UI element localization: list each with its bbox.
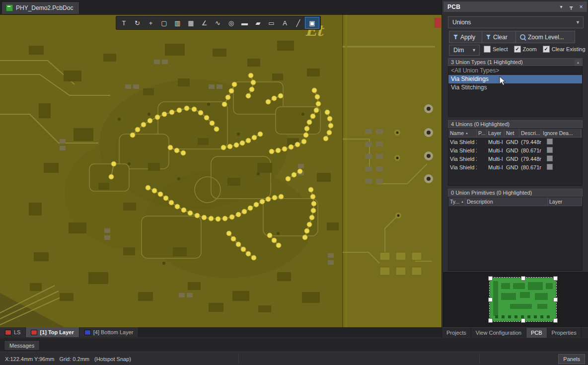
via[interactable] bbox=[242, 209, 247, 214]
via[interactable] bbox=[311, 208, 316, 213]
board-preview[interactable] bbox=[443, 272, 588, 327]
via[interactable] bbox=[174, 148, 179, 153]
via[interactable] bbox=[308, 187, 313, 192]
dim-dropdown[interactable]: Dim ▼ bbox=[449, 45, 480, 56]
via[interactable] bbox=[234, 143, 239, 147]
panel-menu-icon[interactable]: ▾ bbox=[557, 3, 565, 11]
clear-button[interactable]: Clear bbox=[482, 31, 519, 43]
crosshair-icon[interactable]: + bbox=[144, 17, 157, 28]
column-header[interactable]: P... bbox=[477, 129, 487, 137]
selection-handle[interactable] bbox=[553, 276, 558, 281]
via[interactable] bbox=[111, 161, 116, 166]
selection-handle[interactable] bbox=[553, 318, 558, 323]
close-icon[interactable]: × bbox=[577, 3, 585, 11]
via[interactable] bbox=[292, 172, 296, 177]
union-type-item[interactable]: Via Stitchings bbox=[448, 83, 582, 92]
panel-tab-projects[interactable]: Projects bbox=[442, 328, 471, 338]
via[interactable] bbox=[251, 80, 256, 85]
via[interactable] bbox=[297, 169, 302, 174]
via[interactable] bbox=[282, 146, 287, 151]
via[interactable] bbox=[232, 82, 237, 87]
via[interactable] bbox=[316, 101, 321, 106]
selection-handle[interactable] bbox=[521, 318, 525, 323]
via[interactable] bbox=[226, 231, 231, 236]
selection-handle[interactable] bbox=[488, 276, 493, 281]
selection-handle[interactable] bbox=[488, 297, 493, 302]
via[interactable] bbox=[210, 121, 215, 126]
via[interactable] bbox=[328, 123, 333, 128]
via[interactable] bbox=[240, 141, 245, 146]
via[interactable] bbox=[251, 255, 256, 260]
via[interactable] bbox=[246, 251, 251, 256]
via[interactable] bbox=[266, 197, 271, 202]
via[interactable] bbox=[177, 108, 182, 113]
via[interactable] bbox=[315, 94, 320, 99]
apply-button[interactable]: Apply bbox=[449, 31, 486, 43]
via[interactable] bbox=[236, 212, 241, 217]
via[interactable] bbox=[325, 110, 330, 115]
via[interactable] bbox=[248, 73, 253, 78]
panel-header[interactable]: PCB ▾ ┳ × bbox=[443, 1, 587, 12]
panel-tab-pcb[interactable]: PCB bbox=[526, 328, 547, 338]
column-header[interactable]: Name▲ bbox=[448, 129, 477, 137]
via[interactable] bbox=[272, 238, 277, 243]
via[interactable] bbox=[248, 206, 253, 211]
via[interactable] bbox=[267, 233, 272, 238]
via[interactable] bbox=[155, 115, 160, 120]
column-header[interactable]: Layer bbox=[548, 197, 582, 206]
via[interactable] bbox=[303, 133, 308, 138]
net-highlight-icon[interactable]: ↻ bbox=[131, 17, 144, 28]
via[interactable] bbox=[163, 196, 168, 201]
grid-manager-icon[interactable]: ▦ bbox=[184, 17, 198, 28]
union-type-item[interactable]: Via Shieldings bbox=[448, 75, 582, 83]
zoom-level-button[interactable]: Zoom Level... bbox=[515, 31, 575, 43]
via[interactable] bbox=[169, 200, 174, 205]
column-header[interactable]: Net bbox=[505, 129, 519, 137]
via[interactable] bbox=[216, 217, 220, 221]
via[interactable] bbox=[168, 145, 173, 150]
union-row[interactable]: Via Shield 33Multi-lGND(79.448n bbox=[448, 138, 582, 146]
via[interactable] bbox=[109, 174, 114, 179]
string-icon[interactable]: A bbox=[278, 17, 292, 28]
pad-icon[interactable]: ▬ bbox=[238, 17, 251, 28]
union-row[interactable]: Via Shield 25Multi-lGND(79.448n bbox=[448, 154, 582, 163]
filter-icon[interactable]: T bbox=[117, 17, 131, 28]
via[interactable] bbox=[258, 132, 263, 137]
via[interactable] bbox=[260, 199, 265, 204]
room-icon[interactable]: ▭ bbox=[265, 17, 278, 28]
via[interactable] bbox=[301, 139, 306, 144]
via[interactable] bbox=[249, 87, 254, 92]
via[interactable] bbox=[227, 144, 232, 149]
via[interactable] bbox=[184, 106, 189, 111]
via[interactable] bbox=[181, 208, 186, 213]
via[interactable] bbox=[152, 188, 157, 193]
via[interactable] bbox=[222, 216, 227, 221]
column-header[interactable]: Layer bbox=[487, 129, 505, 137]
column-header[interactable]: Descri... bbox=[519, 129, 541, 137]
column-header[interactable]: Description bbox=[465, 197, 548, 206]
messages-panel-tab[interactable]: Messages bbox=[4, 340, 40, 351]
arc-icon[interactable]: ∿ bbox=[211, 17, 224, 28]
ignore-checkbox[interactable] bbox=[547, 147, 553, 153]
via[interactable] bbox=[312, 88, 317, 93]
via[interactable] bbox=[175, 204, 180, 209]
via[interactable] bbox=[323, 136, 328, 141]
via[interactable] bbox=[135, 127, 140, 132]
panels-button[interactable]: Panels bbox=[558, 354, 585, 364]
via[interactable] bbox=[195, 213, 200, 218]
selection-handle[interactable] bbox=[488, 318, 493, 323]
fill-icon[interactable]: ▰ bbox=[251, 17, 265, 28]
via[interactable] bbox=[252, 135, 257, 140]
column-header[interactable]: Ignore Dea... bbox=[541, 129, 581, 137]
via[interactable] bbox=[310, 194, 315, 199]
checkbox-zoom[interactable]: ✓Zoom bbox=[514, 46, 537, 53]
via[interactable] bbox=[311, 201, 316, 206]
via[interactable] bbox=[188, 211, 193, 216]
via[interactable] bbox=[276, 148, 281, 153]
via[interactable] bbox=[181, 150, 186, 155]
via[interactable] bbox=[192, 107, 197, 112]
via[interactable] bbox=[266, 99, 271, 104]
via[interactable] bbox=[269, 149, 274, 154]
via[interactable] bbox=[286, 176, 291, 181]
selection-handle[interactable] bbox=[521, 276, 525, 281]
